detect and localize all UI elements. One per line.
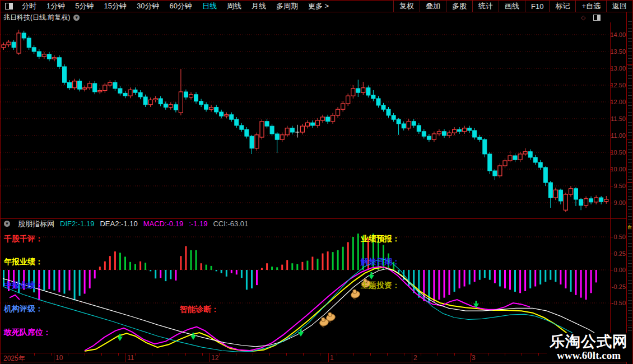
- toolbar-button[interactable]: F10: [525, 1, 549, 12]
- watermark-url: www.60lt.com: [550, 350, 628, 361]
- toolbar-item[interactable]: 多周期: [271, 2, 303, 10]
- indicator-annotation: 智能诊断：: [180, 305, 219, 315]
- indicator-annotation: 机构评级：: [4, 304, 43, 314]
- strip-highlight-glyph[interactable]: 自: [627, 225, 632, 230]
- candlestick-chart[interactable]: [1, 22, 610, 218]
- axis-tick: [611, 254, 613, 254]
- toolbar-item[interactable]: 分时: [17, 2, 41, 10]
- time-axis-minor-tick: [185, 353, 186, 356]
- strip-glyph-pattern: [628, 20, 632, 334]
- indicator-axis-label: -0.25: [612, 283, 626, 290]
- toolbar-item[interactable]: 周线: [222, 2, 246, 10]
- candle: [528, 150, 532, 160]
- candle: [584, 197, 588, 208]
- axis-tick: [611, 136, 613, 136]
- candle: [310, 120, 314, 128]
- candle: [245, 127, 249, 138]
- app-window: 分时1分钟5分钟15分钟30分钟60分钟日线周线月线多周期更多 > 复权叠加多股…: [0, 0, 633, 364]
- action-menu: 复权叠加多股统计画线F10标记+自选返回: [393, 1, 632, 12]
- indicator-annotation: 敢死队席位：: [4, 328, 51, 338]
- candle: [488, 152, 492, 174]
- candle: [153, 96, 157, 102]
- candle: [17, 30, 21, 55]
- candle: [300, 124, 304, 134]
- time-axis-minor-tick: [169, 353, 169, 356]
- toolbar-button[interactable]: +自选: [575, 1, 606, 12]
- right-sidebar-strip[interactable]: 自: [626, 12, 632, 364]
- candle: [270, 124, 274, 136]
- candle: [594, 195, 598, 204]
- watermark: 乐淘公式网 www.60lt.com: [547, 333, 631, 362]
- indicator-chart[interactable]: [1, 228, 610, 353]
- price-axis: 14.0013.5013.0012.5012.0011.5011.0010.50…: [610, 22, 627, 218]
- time-axis[interactable]: 2025年 101112123: [1, 353, 627, 362]
- candle: [265, 119, 269, 129]
- candle: [143, 95, 147, 107]
- toolbar-button[interactable]: 叠加: [420, 1, 446, 12]
- axis-tick: [611, 237, 613, 237]
- axis-tick: [611, 52, 613, 52]
- toolbar-button[interactable]: 复权: [393, 1, 420, 12]
- toolbar-button[interactable]: 画线: [499, 1, 525, 12]
- candle: [336, 107, 340, 118]
- candle: [63, 64, 67, 85]
- toolbar-button[interactable]: 返回: [606, 1, 632, 12]
- candle: [210, 105, 213, 111]
- candle: [123, 91, 127, 98]
- diamond-icon[interactable]: ◇: [581, 14, 585, 21]
- strip-separator: [627, 139, 632, 139]
- axis-tick: [611, 119, 613, 119]
- price-axis-label: 9.50: [614, 183, 626, 189]
- stock-title: 兆日科技(日线.前复权): [3, 13, 70, 22]
- candle: [230, 113, 234, 122]
- candle: [589, 197, 593, 204]
- toolbar-item[interactable]: 30分钟: [132, 2, 164, 10]
- candle: [250, 135, 254, 154]
- time-axis-minor-tick: [34, 353, 35, 356]
- time-axis-major-tick: [412, 353, 412, 362]
- time-axis-minor-tick: [152, 353, 152, 356]
- time-axis-minor-tick: [253, 353, 253, 356]
- candle: [417, 123, 421, 134]
- candle: [508, 151, 512, 162]
- toolbar-button[interactable]: 统计: [472, 1, 499, 12]
- time-axis-minor-tick: [488, 353, 488, 356]
- toolbar-item[interactable]: 更多 >: [303, 2, 334, 10]
- toolbar-item[interactable]: 15分钟: [99, 2, 131, 10]
- candle: [381, 103, 385, 112]
- candle: [351, 85, 355, 99]
- axis-tick: [611, 85, 613, 86]
- indicator-header: ▼ 股朋指标网 DIF2:-1.19 DEA2:-1.10 MACD:-0.19…: [1, 218, 627, 228]
- candle: [290, 126, 294, 135]
- candle: [376, 96, 380, 108]
- cci-value: CCI:-63.01: [213, 220, 248, 228]
- layout-split-icon[interactable]: [5, 3, 13, 10]
- time-axis-minor-tick: [101, 353, 102, 356]
- candle: [498, 164, 502, 178]
- time-axis-minor-tick: [219, 353, 220, 356]
- candle: [280, 133, 284, 142]
- candle: [12, 40, 16, 50]
- candle: [255, 133, 259, 151]
- toolbar-button[interactable]: 标记: [549, 1, 575, 12]
- split-window-icon[interactable]: [593, 15, 601, 21]
- axis-tick: [611, 68, 613, 69]
- candle: [366, 86, 370, 98]
- toolbar-item[interactable]: 60分钟: [164, 2, 197, 10]
- candle: [574, 187, 578, 206]
- time-axis-major-tick: [470, 353, 471, 362]
- toolbar-item[interactable]: 日线: [197, 2, 222, 10]
- candle: [118, 86, 122, 96]
- candle: [88, 81, 92, 90]
- candle: [407, 119, 411, 130]
- indicator-axis-label: -0.50: [612, 300, 626, 306]
- chevron-down-icon[interactable]: ▼: [73, 15, 80, 21]
- candle: [204, 102, 208, 112]
- indicator-name[interactable]: 股朋指标网: [18, 219, 54, 229]
- toolbar-button[interactable]: 多股: [446, 1, 472, 12]
- price-axis-label: 9.00: [614, 199, 626, 206]
- toolbar-item[interactable]: 1分钟: [41, 2, 70, 10]
- toolbar-item[interactable]: 5分钟: [70, 2, 99, 10]
- collapse-indicator-icon[interactable]: ▼: [4, 221, 10, 227]
- toolbar-item[interactable]: 月线: [246, 2, 271, 10]
